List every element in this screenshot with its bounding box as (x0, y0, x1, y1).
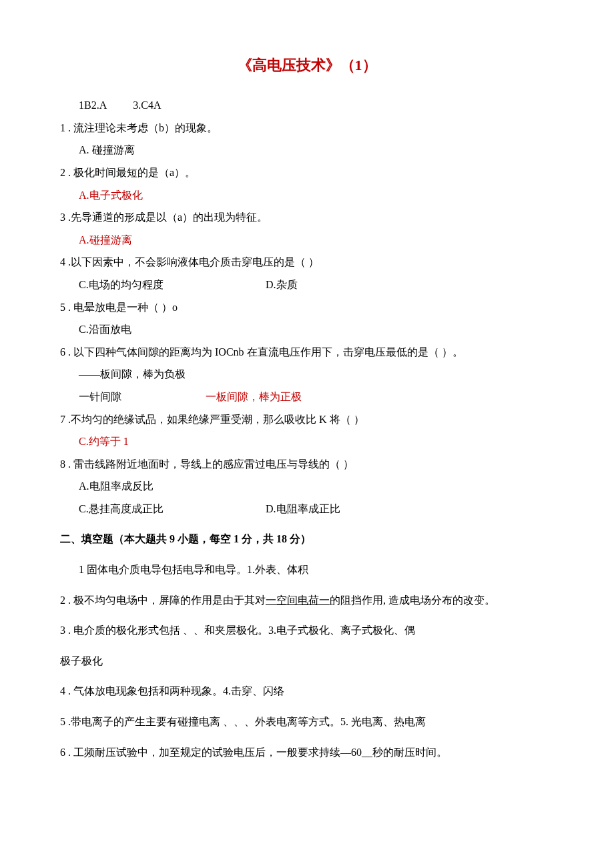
f6-text: . 工频耐压试验中，加至规定的试验电压后，一般要求持续―60__秒的耐压时间。 (65, 747, 447, 758)
f4-num: 4 (60, 685, 65, 697)
q4-option-d: D.杂质 (266, 276, 298, 294)
q8-option-d: D.电阻率成正比 (266, 500, 340, 518)
f2-underline: 一空间电荷一 (266, 594, 330, 606)
q6-options-row2: 一针间隙 一板间隙，棒为正极 (60, 388, 554, 406)
q6-text: . 以下四种气体间隙的距离均为 IOCnb 在直流电压作用下，击穿电压最低的是（… (65, 346, 463, 358)
q7-option-c: C.约等于 1 (60, 433, 554, 450)
q2-option-a: A.电子式极化 (60, 187, 554, 204)
q7-text: .不均匀的绝缘试品，如果绝缘严重受潮，那么吸收比 K 将（ ） (65, 414, 364, 425)
f3-text: . 电介质的极化形式包括 、、和夹层极化。3.电子式极化、离子式极化、偶 (65, 624, 415, 636)
q7-num: 7 (60, 414, 65, 425)
page-title: 《高电压技术》（1） (60, 53, 554, 77)
q8-text: . 雷击线路附近地面时，导线上的感应雷过电压与导线的（ ） (65, 458, 354, 470)
fill-3: 3 . 电介质的极化形式包括 、、和夹层极化。3.电子式极化、离子式极化、偶 (60, 622, 554, 639)
question-5: 5 . 电晕放电是一种（ ）o (60, 299, 554, 316)
q4-option-c: C.电场的均匀程度 (79, 276, 266, 294)
q4-num: 4 (60, 256, 65, 268)
question-8: 8 . 雷击线路附近地面时，导线上的感应雷过电压与导线的（ ） (60, 456, 554, 473)
f3-num: 3 (60, 624, 65, 636)
fill-5: 5 .带电离子的产生主要有碰撞电离 、、、外表电离等方式。5. 光电离、热电离 (60, 713, 554, 731)
q4-text: .以下因素中，不会影响液体电介质击穿电压的是（ ） (65, 256, 319, 268)
q5-num: 5 (60, 302, 65, 313)
q2-text: . 极化时间最短的是（a）。 (65, 167, 196, 178)
f6-num: 6 (60, 747, 65, 758)
f5-text: .带电离子的产生主要有碰撞电离 、、、外表电离等方式。5. 光电离、热电离 (65, 716, 426, 727)
q6-num: 6 (60, 346, 65, 358)
q3-option-a: A.碰撞游离 (60, 232, 554, 249)
question-2: 2 . 极化时间最短的是（a）。 (60, 164, 554, 181)
q6-option-line1: ——板间隙，棒为负极 (60, 366, 554, 383)
q1-num: 1 (60, 122, 65, 133)
q4-options-row: C.电场的均匀程度 D.杂质 (60, 276, 554, 294)
q2-num: 2 (60, 167, 65, 178)
answer-key-line: 1B2.A 3.C4A (60, 97, 554, 114)
fill-6: 6 . 工频耐压试验中，加至规定的试验电压后，一般要求持续―60__秒的耐压时间… (60, 744, 554, 761)
q8-num: 8 (60, 458, 65, 470)
q3-text: .先导通道的形成是以（a）的出现为特征。 (65, 211, 268, 223)
fill-2: 2 . 极不均匀电场中，屏障的作用是由于其对一空间电荷一的阻挡作用, 造成电场分… (60, 592, 554, 609)
fill-1: 1 固体电介质电导包括电导和电导。1.外表、体积 (60, 561, 554, 578)
q8-option-a: A.电阻率成反比 (60, 478, 554, 495)
q1-option-a: A. 碰撞游离 (60, 141, 554, 159)
f2-before: . 极不均匀电场中，屏障的作用是由于其对 (65, 594, 266, 606)
f2-num: 2 (60, 594, 65, 606)
fill-3-cont: 极子极化 (60, 653, 554, 670)
question-7: 7 .不均匀的绝缘试品，如果绝缘严重受潮，那么吸收比 K 将（ ） (60, 411, 554, 428)
question-1: 1 . 流注理论未考虑（b）的现象。 (60, 119, 554, 137)
f5-num: 5 (60, 716, 65, 727)
question-4: 4 .以下因素中，不会影响液体电介质击穿电压的是（ ） (60, 254, 554, 271)
q8-option-c: C.悬挂高度成正比 (79, 500, 266, 518)
q5-text: . 电晕放电是一种（ ）o (65, 302, 178, 313)
fill-4: 4 . 气体放电现象包括和两种现象。4.击穿、闪络 (60, 683, 554, 700)
question-6: 6 . 以下四种气体间隙的距离均为 IOCnb 在直流电压作用下，击穿电压最低的… (60, 344, 554, 361)
q3-num: 3 (60, 211, 65, 223)
q8-options-cd: C.悬挂高度成正比 D.电阻率成正比 (60, 500, 554, 518)
question-3: 3 .先导通道的形成是以（a）的出现为特征。 (60, 209, 554, 226)
f4-text: . 气体放电现象包括和两种现象。4.击穿、闪络 (65, 685, 284, 697)
f2-after: 的阻挡作用, 造成电场分布的改变。 (330, 594, 495, 606)
section-2-header: 二、填空题（本大题共 9 小题，每空 1 分，共 18 分） (60, 530, 554, 548)
q1-text: . 流注理论未考虑（b）的现象。 (65, 122, 218, 133)
q5-option-c: C.沿面放电 (60, 321, 554, 338)
q6-option-right: 一板间隙，棒为正极 (206, 388, 302, 406)
q6-option-left: 一针间隙 (79, 388, 206, 406)
